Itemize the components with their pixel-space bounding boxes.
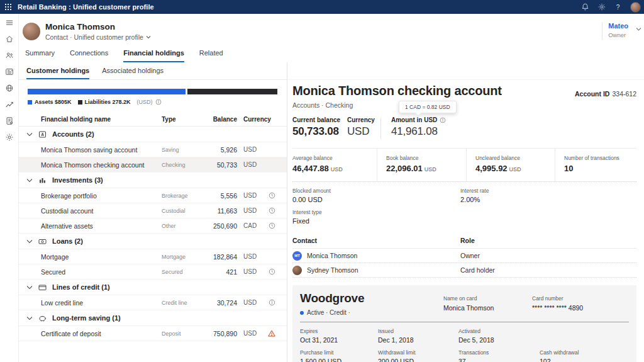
subtab-associated-holdings[interactable]: Associated holdings (102, 62, 164, 79)
globe-icon[interactable] (4, 83, 14, 93)
warning-icon[interactable] (268, 330, 275, 337)
menu-icon[interactable] (4, 18, 14, 28)
stat-unit: USD (425, 166, 436, 173)
holding-type: Custodial (162, 208, 202, 214)
holding-name: Monica Thomson saving account (26, 146, 162, 154)
liabilities-bar-segment (187, 89, 277, 94)
holding-balance: 421 (202, 268, 237, 276)
status-dot (300, 311, 304, 315)
holding-type: Secured (162, 269, 202, 275)
contact-row[interactable]: Sydney Thomson Card holder (292, 263, 636, 278)
table-row[interactable]: Brokerage portfolio Brokerage 5,556 USD (19, 188, 287, 203)
field-label: Withdrawal limit (378, 349, 458, 356)
col-type[interactable]: Type (162, 116, 202, 123)
table-row[interactable]: Alternative assets Other 250,690 CAD (19, 218, 287, 234)
chevron-down-icon[interactable] (26, 285, 33, 290)
table-row[interactable]: Monica Thomson saving account Saving 5,9… (19, 142, 287, 157)
tab-summary[interactable]: Summary (25, 49, 55, 62)
account-attributes: Blocked amount 0.00 USD Interest rate 2.… (292, 188, 636, 225)
tab-financial-holdings[interactable]: Financial holdings (123, 49, 184, 62)
contacts-table: Contact Role MT Monica Thomson Owner (292, 237, 636, 278)
chevron-down-icon[interactable] (636, 27, 641, 31)
settings-icon[interactable] (4, 132, 14, 142)
group-header-long-term-saving[interactable]: Long-term saving (1) (19, 310, 287, 326)
col-currency[interactable]: Currency (237, 116, 264, 123)
news-icon[interactable] (4, 67, 14, 77)
waffle-icon[interactable] (0, 0, 16, 14)
table-row-selected[interactable]: Monica Thomson checking account Checking… (19, 157, 287, 173)
holding-currency: USD (237, 192, 264, 199)
field-label: Card number (532, 295, 629, 302)
clock-icon[interactable] (269, 192, 275, 199)
group-header-loans[interactable]: Loans (2) (19, 234, 287, 249)
clock-icon[interactable] (269, 222, 275, 229)
holding-currency: USD (237, 161, 264, 168)
col-name[interactable]: Financial holding name (26, 116, 162, 123)
chevron-down-icon[interactable] (26, 178, 33, 183)
field-value: Monica Thomson (443, 304, 532, 312)
group-header-investments[interactable]: Investments (3) (19, 173, 287, 188)
table-row[interactable]: Mortgage Mortgage 182,864 USD (19, 249, 287, 264)
table-row[interactable]: Low credit line Credit line 30,724 USD (19, 295, 287, 310)
stat-unit: USD (331, 166, 343, 173)
table-row[interactable]: Certificate of deposit Deposit 750,890 U… (19, 326, 287, 341)
assets-legend-label: Assets $805K (35, 99, 72, 105)
notes-icon[interactable] (4, 116, 14, 126)
user-avatar[interactable] (630, 2, 641, 13)
attribute-label: Interest type (292, 209, 460, 215)
chevron-down-icon[interactable] (26, 239, 33, 244)
chevron-down-icon[interactable] (26, 316, 33, 320)
info-icon[interactable] (269, 299, 275, 306)
holding-name: Monica Thomson checking account (26, 161, 162, 169)
svg-text:A: A (41, 132, 44, 137)
account-id-label: Account ID (575, 90, 609, 98)
contact-row[interactable]: MT Monica Thomson Owner (292, 249, 636, 263)
tab-related[interactable]: Related (199, 49, 223, 62)
contact-photo-avatar[interactable] (23, 23, 40, 40)
holding-name: Alternative assets (26, 222, 162, 230)
analytics-icon[interactable] (4, 99, 14, 110)
chevron-down-icon[interactable] (26, 132, 33, 137)
secondary-stats: Average balance 46,447.88USD Book balanc… (292, 149, 636, 182)
bell-icon[interactable] (581, 3, 589, 11)
field-label: Transactions (458, 349, 540, 356)
piggy-bank-icon (38, 314, 47, 322)
initials-avatar: MT (292, 251, 302, 261)
contacts-icon[interactable] (4, 50, 14, 60)
holding-balance: 750,890 (202, 330, 237, 337)
group-label: Investments (3) (52, 176, 103, 184)
subtab-customer-holdings[interactable]: Customer holdings (26, 62, 89, 79)
assets-liabilities-bar (28, 89, 278, 94)
gear-icon[interactable] (597, 3, 606, 11)
col-balance[interactable]: Balance (202, 116, 237, 123)
divider (380, 118, 381, 139)
clock-icon[interactable] (269, 268, 275, 275)
tab-connections[interactable]: Connections (70, 49, 108, 62)
info-icon[interactable] (440, 117, 446, 123)
group-header-lines-of-credit[interactable]: Lines of credit (1) (19, 280, 287, 295)
owner-link[interactable]: Mateo (608, 22, 628, 30)
stat-value: 4,995.92 (475, 164, 508, 173)
chevron-down-icon[interactable] (146, 35, 151, 39)
clock-icon[interactable] (269, 207, 275, 214)
detail-breadcrumb: Accounts · Checking (292, 101, 636, 109)
home-icon[interactable] (4, 34, 14, 44)
account-box-icon: A (38, 130, 47, 139)
divider (602, 22, 602, 40)
account-detail-panel: Account ID334-612 Monica Thomson checkin… (287, 62, 644, 362)
group-label: Lines of credit (1) (52, 283, 110, 291)
help-icon[interactable]: ? (614, 3, 622, 11)
field-value: 200.00 USD (378, 358, 458, 362)
info-icon[interactable] (155, 99, 162, 105)
holding-type: Mortgage (162, 254, 202, 260)
field-label: Cash withdrawal (540, 349, 629, 356)
table-row[interactable]: Secured Secured 421 USD (19, 264, 287, 280)
holding-name: Secured (26, 268, 162, 276)
group-header-accounts[interactable]: A Accounts (2) (19, 127, 287, 142)
holdings-subtabs: Customer holdings Associated holdings (19, 62, 287, 80)
field-label: Name on card (443, 295, 532, 302)
table-row[interactable]: Custodial account Custodial 11,663 USD (19, 203, 287, 218)
col-contact[interactable]: Contact (292, 237, 460, 244)
stat-label: Current balance (292, 116, 347, 123)
col-role[interactable]: Role (460, 237, 636, 244)
